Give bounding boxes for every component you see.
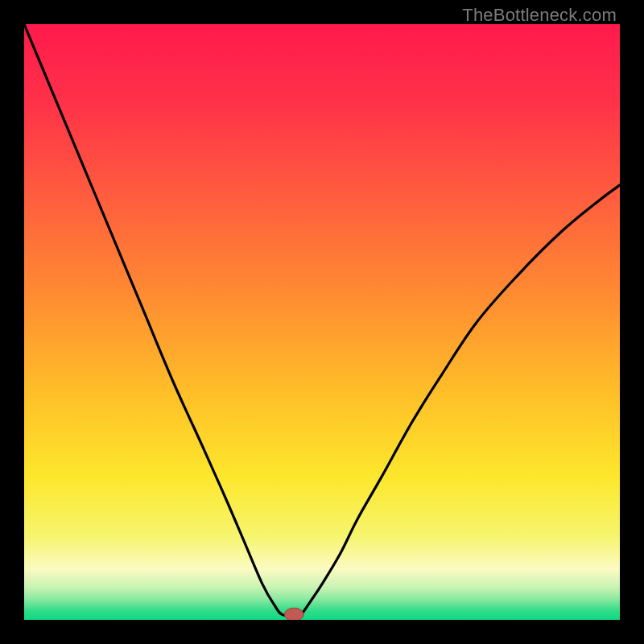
bottleneck-chart xyxy=(24,24,620,620)
watermark-text: TheBottleneck.com xyxy=(462,5,617,26)
plot-area xyxy=(24,24,620,620)
minimum-marker xyxy=(284,608,303,620)
chart-frame: TheBottleneck.com xyxy=(0,0,644,644)
gradient-background xyxy=(24,24,620,620)
